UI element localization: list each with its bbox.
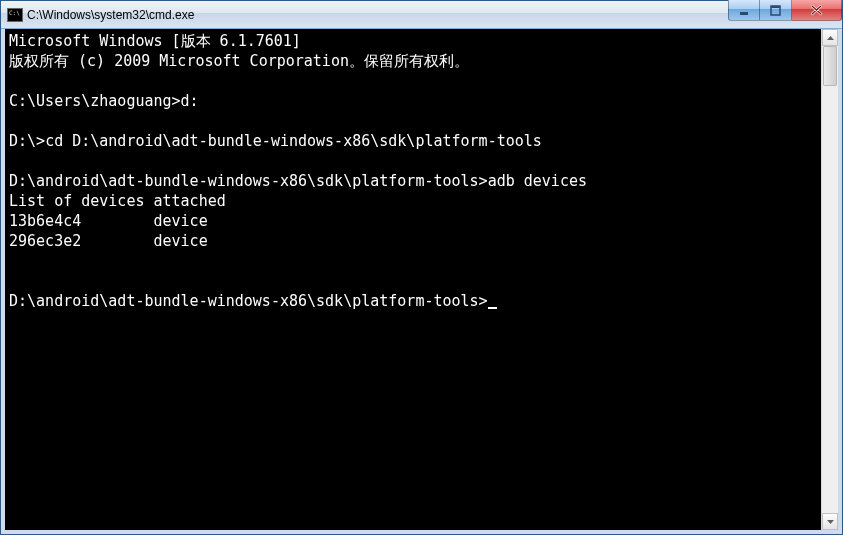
titlebar[interactable]: C:\Windows\system32\cmd.exe [1,1,842,29]
scrollbar-thumb[interactable] [823,46,837,86]
maximize-button[interactable] [760,0,792,21]
vertical-scrollbar[interactable] [821,29,838,530]
command: adb devices [488,172,587,190]
minimize-icon [739,5,750,16]
text-cursor [488,307,497,309]
copyright-line: 版权所有 (c) 2009 Microsoft Corporation。保留所有… [9,52,469,70]
prompt: D:\android\adt-bundle-windows-x86\sdk\pl… [9,292,488,310]
command: cd D:\android\adt-bundle-windows-x86\sdk… [45,132,542,150]
output-line: 13b6e4c4 device [9,212,208,230]
window-title: C:\Windows\system32\cmd.exe [27,8,194,22]
scrollbar-track[interactable] [822,46,838,513]
window-controls [728,0,842,21]
output-line: List of devices attached [9,192,226,210]
close-button[interactable] [792,0,842,21]
output-line: 296ec3e2 device [9,232,208,250]
close-icon [810,4,823,16]
minimize-button[interactable] [728,0,760,21]
scroll-down-button[interactable] [822,513,838,530]
prompt: D:\> [9,132,45,150]
scroll-up-button[interactable] [822,29,838,46]
command: d: [181,92,199,110]
prompt: D:\android\adt-bundle-windows-x86\sdk\pl… [9,172,488,190]
maximize-icon [770,5,781,16]
svg-rect-2 [771,6,780,8]
cmd-icon [7,8,23,22]
client-area: Microsoft Windows [版本 6.1.7601] 版权所有 (c)… [1,29,842,534]
chevron-up-icon [827,36,834,40]
prompt: C:\Users\zhaoguang> [9,92,181,110]
chevron-down-icon [827,520,834,524]
header-line: Microsoft Windows [版本 6.1.7601] [9,32,301,50]
svg-rect-0 [740,12,748,15]
terminal-output[interactable]: Microsoft Windows [版本 6.1.7601] 版权所有 (c)… [5,29,821,530]
cmd-window: C:\Windows\system32\cmd.exe Microsoft Wi… [0,0,843,535]
